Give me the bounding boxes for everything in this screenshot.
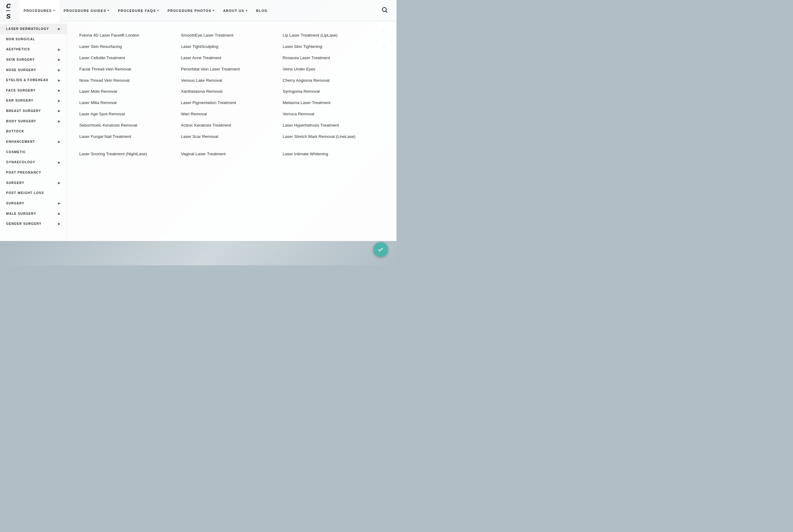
sidebar-item-enhancement[interactable]: ENHANCEMENT ▶: [0, 137, 67, 147]
nav-procedures[interactable]: PROCEDURES ▾: [20, 0, 59, 21]
sidebar-item-gender-surgery[interactable]: GENDER SURGERY ▶: [0, 219, 67, 229]
menu-link-syringoma[interactable]: Syringoma Removal: [283, 86, 384, 97]
menu-link-tightsculpting[interactable]: Laser TightSculpting: [181, 41, 283, 53]
menu-link-seborrhoeic[interactable]: Seborrhoeic Keratosis Removal: [79, 120, 181, 131]
sidebar-item-laser-dermatology[interactable]: LASER DERMATOLOGY ▶: [0, 24, 67, 34]
menu-link-fotona[interactable]: Fotona 4D Laser Facelift London: [79, 30, 181, 41]
menu-link-xanthelasma[interactable]: Xanthelasma Removal: [181, 86, 283, 97]
chevron-down-icon: ▾: [108, 9, 110, 12]
arrow-right-icon: ▶: [58, 160, 61, 165]
content-panel: Fotona 4D Laser Facelift London Laser Sk…: [67, 21, 396, 241]
menu-link-verruca[interactable]: Verruca Removal: [283, 109, 384, 120]
sidebar-item-breast-surgery[interactable]: BREAST SURGERY ▶: [0, 106, 67, 116]
arrow-right-icon: ▶: [58, 58, 61, 62]
menu-link-veins-under-eyes[interactable]: Veins Under Eyes: [283, 64, 384, 75]
menu-link-vaginal-laser[interactable]: Vaginal Laser Treatment: [181, 149, 283, 160]
nav-procedure-faqs[interactable]: PROCEDURE FAQs ▾: [114, 0, 163, 21]
logo-top: c: [6, 1, 11, 10]
sidebar-item-post-pregnancy[interactable]: POST PREGNANCY: [0, 168, 67, 178]
menu-link-laser-stretch-mark[interactable]: Laser Stretch Mark Removal (LineLase): [283, 131, 384, 142]
logo[interactable]: c s: [6, 1, 11, 20]
menu-link-venous-lake[interactable]: Venous Lake Removal: [181, 75, 283, 86]
menu-link-laser-skin-tightening[interactable]: Laser Skin Tightening: [283, 41, 384, 53]
sidebar-item-surgery-1[interactable]: SURGERY ▶: [0, 178, 67, 188]
menu-link-cherry-angioma[interactable]: Cherry Angioma Removal: [283, 75, 384, 86]
arrow-right-icon: ▶: [58, 140, 61, 144]
menu-link-melasma[interactable]: Melasma Laser Treatment: [283, 97, 384, 109]
menu-link-laser-skin-resurfacing[interactable]: Laser Skin Resurfacing: [79, 41, 181, 53]
sidebar-item-gynaecology[interactable]: GYNAECOLOGY ▶: [0, 157, 67, 168]
arrow-right-icon: ▶: [58, 201, 61, 205]
menu-link-facial-thread-vein[interactable]: Facial Thread Vein Removal: [79, 64, 181, 75]
menu-link-laser-fungal[interactable]: Laser Fungal Nail Treatment: [79, 131, 181, 142]
sidebar-item-non-surgical[interactable]: NON SURGICAL: [0, 34, 67, 44]
menu-link-laser-milia[interactable]: Laser Milia Removal: [79, 97, 181, 109]
arrow-right-icon: ▶: [58, 48, 61, 52]
menu-link-laser-cellulite[interactable]: Laser Cellulite Treatment: [79, 53, 181, 64]
logo-bottom: s: [6, 12, 11, 20]
sidebar-item-ear-surgery[interactable]: EAR SURGERY ▶: [0, 95, 67, 106]
sidebar-item-cosmetic[interactable]: COSMETIC: [0, 147, 67, 157]
menu-link-wart-removal[interactable]: Wart Removal: [181, 109, 283, 120]
sidebar-item-aesthetics[interactable]: AESTHETICS ▶: [0, 44, 67, 55]
sidebar-item-surgery-2[interactable]: SURGERY ▶: [0, 198, 67, 209]
arrow-right-icon: ▶: [58, 109, 61, 113]
sidebar-item-male-surgery[interactable]: MALE SURGERY ▶: [0, 209, 67, 219]
sidebar-item-face-surgery[interactable]: FACE SURGERY ▶: [0, 86, 67, 96]
menu-col-3: Lip Laser Treatment (LipLase) Laser Skin…: [283, 30, 384, 160]
menu-link-rosacea[interactable]: Rosacea Laser Treatment: [283, 53, 384, 64]
nav-blog[interactable]: BLOG: [252, 0, 272, 21]
arrow-right-icon: ▶: [58, 78, 61, 82]
sidebar-item-nose-surgery[interactable]: NOSE SURGERY ▶: [0, 65, 67, 75]
menu-link-lip-laser[interactable]: Lip Laser Treatment (LipLase): [283, 30, 384, 41]
menu-link-nose-thread-vein[interactable]: Nose Thread Vein Removal: [79, 75, 181, 86]
main-nav: PROCEDURES ▾ PROCEDURE GUIDES ▾ PROCEDUR…: [20, 0, 379, 21]
mega-menu: LASER DERMATOLOGY ▶ NON SURGICAL AESTHET…: [0, 21, 396, 241]
chevron-down-icon: ▾: [157, 9, 159, 12]
menu-link-laser-scar[interactable]: Laser Scar Removal: [181, 131, 283, 142]
arrow-right-icon: ▶: [58, 89, 61, 92]
svg-point-0: [383, 7, 386, 12]
menu-link-laser-snoring[interactable]: Laser Snoring Treatment (NightLase): [79, 149, 181, 160]
menu-link-laser-intimate[interactable]: Laser Intimate Whitening: [283, 149, 384, 160]
sidebar-item-body-surgery[interactable]: BODY SURGERY ▶: [0, 116, 67, 127]
nav-procedure-photos[interactable]: PROCEDURE PHOTOS ▾: [163, 0, 219, 21]
menu-link-laser-acne[interactable]: Laser Acne Treatment: [181, 53, 283, 64]
sidebar: LASER DERMATOLOGY ▶ NON SURGICAL AESTHET…: [0, 21, 67, 241]
nav-procedure-guides[interactable]: PROCEDURE GUIDES ▾: [59, 0, 114, 21]
nav-about-us[interactable]: ABOUT US ▾: [219, 0, 252, 21]
menu-link-laser-age-spot[interactable]: Laser Age Spot Removal: [79, 109, 181, 120]
header-icons: [379, 4, 390, 17]
arrow-right-icon: ▶: [58, 119, 61, 123]
sidebar-item-skin-surgery[interactable]: SKIN SURGERY ▶: [0, 55, 67, 65]
menu-col-1: Fotona 4D Laser Facelift London Laser Sk…: [79, 30, 181, 160]
chevron-down-icon: ▾: [246, 9, 248, 12]
svg-line-1: [386, 11, 387, 13]
menu-col-2: SmoothEye Laser Treatment Laser TightScu…: [181, 30, 283, 160]
arrow-right-icon: ▶: [58, 181, 61, 185]
sidebar-item-post-weight-loss[interactable]: POST WEIGHT LOSS: [0, 188, 67, 198]
menu-link-smootheye[interactable]: SmoothEye Laser Treatment: [181, 30, 283, 41]
arrow-right-icon: ▶: [58, 68, 61, 72]
menu-link-periorbital[interactable]: Periorbital Vein Laser Treatment: [181, 64, 283, 75]
arrow-right-icon: ▶: [58, 27, 61, 31]
menu-link-actinic[interactable]: Actinic Keratosis Treatment: [181, 120, 283, 131]
menu-link-laser-pigmentation[interactable]: Laser Pigmentation Treatment: [181, 97, 283, 109]
chevron-down-icon: ▾: [53, 9, 55, 12]
sidebar-item-eyelids-forehead[interactable]: EYELIDS & FOREHEAD ▶: [0, 75, 67, 86]
arrow-right-icon: ▶: [58, 222, 61, 226]
search-icon[interactable]: [379, 4, 390, 17]
fab-button[interactable]: [373, 242, 388, 257]
header: c s PROCEDURES ▾ PROCEDURE GUIDES ▾ PROC…: [0, 0, 396, 21]
arrow-right-icon: ▶: [58, 212, 61, 216]
menu-link-laser-mole[interactable]: Laser Mole Removal: [79, 86, 181, 97]
sidebar-item-buttock[interactable]: BUTTOCK: [0, 126, 67, 137]
menu-link-laser-hyperhidrosis[interactable]: Laser Hyperhidrosis Treatment: [283, 120, 384, 131]
chevron-down-icon: ▾: [213, 9, 215, 12]
arrow-right-icon: ▶: [58, 99, 61, 103]
